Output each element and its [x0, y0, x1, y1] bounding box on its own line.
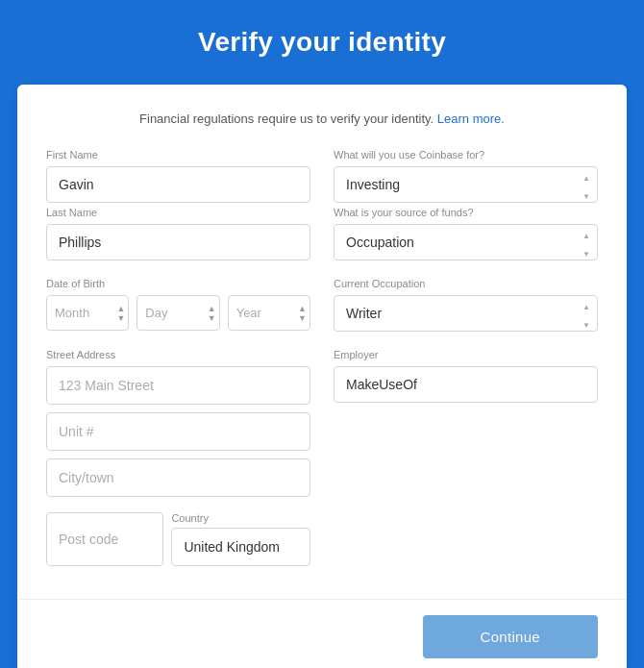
first-name-label: First Name	[46, 149, 310, 161]
year-spinner-arrows: ▲ ▼	[298, 304, 307, 322]
country-input[interactable]	[171, 528, 310, 566]
dob-row: ▲ ▼ ▲ ▼ ▲ ▼	[46, 295, 310, 331]
month-up-icon[interactable]: ▲	[116, 304, 125, 312]
employer-input[interactable]	[334, 366, 598, 403]
current-occupation-select[interactable]: Writer Developer Designer	[334, 295, 598, 332]
address-col: Country	[46, 366, 310, 566]
source-of-funds-label: What is your source of funds?	[334, 207, 598, 218]
day-down-icon[interactable]: ▼	[208, 313, 216, 322]
last-name-label: Last Name	[46, 207, 310, 218]
current-occupation-group: Current Occupation Writer Developer Desi…	[334, 278, 598, 332]
source-of-funds-group: What is your source of funds? Occupation…	[334, 207, 598, 260]
year-down-icon[interactable]: ▼	[298, 313, 307, 322]
coinbase-purpose-select-wrapper: Investing Trading Payments	[334, 166, 598, 203]
subtitle-text: Financial regulations require us to veri…	[46, 111, 598, 126]
first-name-group: First Name	[46, 149, 310, 203]
country-label: Country	[171, 512, 310, 524]
page-header: Verify your identity	[0, 0, 644, 85]
postcode-country-row: Country	[46, 512, 310, 566]
employer-label: Employer	[334, 349, 598, 360]
last-name-group: Last Name	[46, 207, 310, 260]
year-up-icon[interactable]: ▲	[298, 304, 307, 312]
unit-input[interactable]	[46, 412, 310, 451]
dob-year-field: ▲ ▼	[228, 295, 310, 331]
card-footer: Continue	[17, 599, 627, 668]
month-spinner-arrows: ▲ ▼	[116, 304, 125, 322]
learn-more-link[interactable]: Learn more	[437, 111, 501, 126]
employer-group: Employer	[334, 349, 598, 566]
coinbase-purpose-label: What will you use Coinbase for?	[334, 149, 598, 161]
form-grid: First Name What will you use Coinbase fo…	[46, 149, 598, 583]
page-title: Verify your identity	[19, 27, 625, 58]
dob-day-field: ▲ ▼	[136, 295, 219, 331]
dob-month-field: ▲ ▼	[46, 295, 129, 331]
day-up-icon[interactable]: ▲	[208, 304, 216, 312]
form-card: Financial regulations require us to veri…	[17, 85, 627, 668]
day-spinner-arrows: ▲ ▼	[208, 304, 216, 322]
street-address-group: Street Address Country	[46, 349, 310, 566]
postcode-input[interactable]	[46, 512, 163, 566]
city-input[interactable]	[46, 458, 310, 497]
last-name-input[interactable]	[46, 224, 310, 260]
coinbase-purpose-select[interactable]: Investing Trading Payments	[334, 166, 598, 203]
first-name-input[interactable]	[46, 166, 310, 203]
source-of-funds-select[interactable]: Occupation Savings Investments	[334, 224, 598, 260]
continue-button[interactable]: Continue	[423, 615, 598, 658]
street-address-label: Street Address	[46, 349, 310, 360]
month-down-icon[interactable]: ▼	[116, 313, 125, 322]
dob-label: Date of Birth	[46, 278, 310, 289]
coinbase-purpose-group: What will you use Coinbase for? Investin…	[334, 149, 598, 203]
dob-group: Date of Birth ▲ ▼ ▲ ▼	[46, 278, 310, 332]
country-field: Country	[171, 512, 310, 566]
source-of-funds-select-wrapper: Occupation Savings Investments	[334, 224, 598, 260]
current-occupation-label: Current Occupation	[334, 278, 598, 289]
current-occupation-select-wrapper: Writer Developer Designer	[334, 295, 598, 332]
street-address-input[interactable]	[46, 366, 310, 405]
